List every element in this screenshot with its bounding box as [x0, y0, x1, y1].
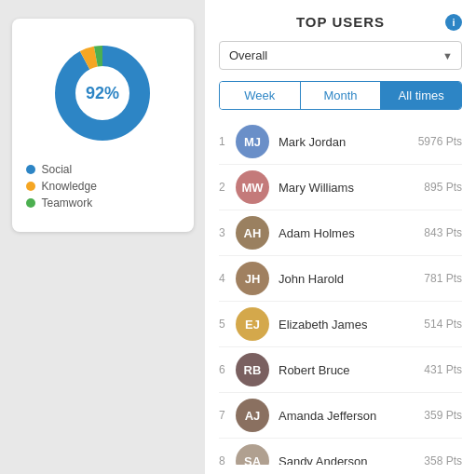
- legend-dot-social: [26, 165, 35, 174]
- user-avatar: AJ: [236, 399, 269, 432]
- filter-dropdown[interactable]: Overall Department Team: [219, 41, 462, 70]
- tab-month[interactable]: Month: [301, 82, 382, 109]
- chart-card: 92% Social Knowledge Teamwork: [12, 19, 194, 232]
- user-rank: 4: [219, 272, 236, 285]
- user-rank: 6: [219, 363, 236, 376]
- legend-label-teamwork: Teamwork: [42, 196, 93, 210]
- time-tabs: Week Month All times: [219, 81, 462, 110]
- legend-label-social: Social: [42, 163, 73, 176]
- user-name: Robert Bruce: [279, 363, 424, 377]
- panel-title: TOP USERS: [296, 14, 385, 30]
- right-panel: TOP USERS i Overall Department Team ▼ We…: [205, 0, 476, 474]
- user-rank: 5: [219, 318, 236, 331]
- user-row: 3 AH Adam Holmes 843 Pts: [219, 210, 462, 256]
- donut-chart: 92%: [47, 37, 158, 149]
- user-name: Mary Williams: [279, 181, 424, 195]
- user-rank: 2: [219, 181, 236, 194]
- user-name: Adam Holmes: [279, 226, 424, 240]
- user-avatar: SA: [236, 444, 269, 465]
- user-name: Sandy Anderson: [279, 454, 424, 466]
- user-rank: 7: [219, 409, 236, 422]
- legend-item-knowledge: Knowledge: [26, 180, 180, 193]
- user-row: 6 RB Robert Bruce 431 Pts: [219, 347, 462, 393]
- user-row: 5 EJ Elizabeth James 514 Pts: [219, 302, 462, 347]
- user-pts: 781 Pts: [424, 272, 462, 285]
- user-pts: 514 Pts: [424, 318, 462, 331]
- user-pts: 358 Pts: [424, 454, 462, 465]
- user-row: 1 MJ Mark Jordan 5976 Pts: [219, 119, 462, 165]
- user-pts: 431 Pts: [424, 363, 462, 376]
- user-avatar: EJ: [236, 307, 269, 341]
- user-name: John Harold: [279, 272, 424, 286]
- tab-week[interactable]: Week: [220, 82, 301, 109]
- top-header: TOP USERS i: [219, 14, 462, 30]
- legend-dot-teamwork: [26, 198, 35, 208]
- user-name: Elizabeth James: [279, 318, 424, 332]
- user-row: 2 MW Mary Williams 895 Pts: [219, 165, 462, 210]
- filter-dropdown-wrapper[interactable]: Overall Department Team ▼: [219, 41, 462, 70]
- user-row: 7 AJ Amanda Jefferson 359 Pts: [219, 393, 462, 439]
- user-pts: 895 Pts: [424, 181, 462, 194]
- user-name: Amanda Jefferson: [279, 409, 424, 423]
- donut-percent-label: 92%: [86, 84, 119, 103]
- user-avatar: AH: [236, 216, 269, 250]
- legend-label-knowledge: Knowledge: [42, 180, 97, 193]
- user-row: 4 JH John Harold 781 Pts: [219, 256, 462, 302]
- user-avatar: RB: [236, 353, 269, 386]
- chart-legend: Social Knowledge Teamwork: [26, 163, 180, 210]
- user-avatar: MJ: [236, 125, 269, 158]
- user-pts: 843 Pts: [424, 226, 462, 239]
- left-panel: 92% Social Knowledge Teamwork: [0, 0, 205, 474]
- user-rank: 8: [219, 454, 236, 465]
- user-rank: 1: [219, 135, 236, 148]
- legend-item-social: Social: [26, 163, 180, 176]
- user-avatar: JH: [236, 262, 269, 295]
- legend-dot-knowledge: [26, 182, 35, 191]
- user-row: 8 SA Sandy Anderson 358 Pts: [219, 439, 462, 465]
- legend-item-teamwork: Teamwork: [26, 196, 180, 210]
- user-avatar: MW: [236, 170, 269, 204]
- info-icon[interactable]: i: [445, 14, 462, 31]
- user-rank: 3: [219, 226, 236, 239]
- tab-all-times[interactable]: All times: [381, 82, 461, 109]
- user-pts: 5976 Pts: [418, 135, 462, 148]
- user-name: Mark Jordan: [279, 135, 418, 149]
- users-list: 1 MJ Mark Jordan 5976 Pts 2 MW Mary Will…: [219, 119, 462, 465]
- user-pts: 359 Pts: [424, 409, 462, 422]
